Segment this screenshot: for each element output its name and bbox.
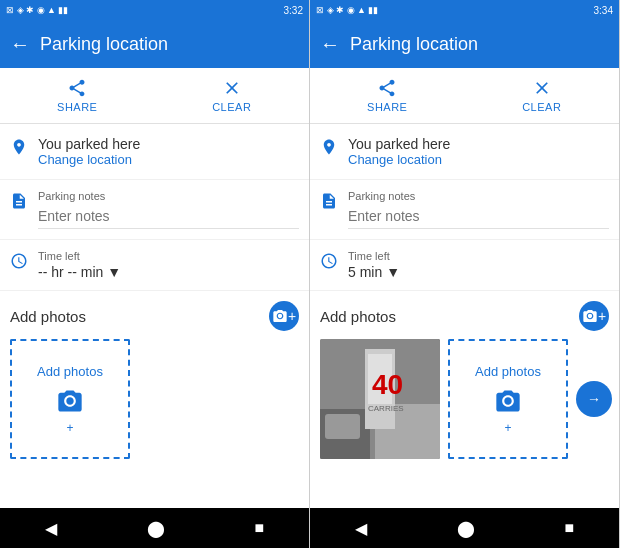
notes-label-right: Parking notes: [348, 190, 609, 202]
photos-title-left: Add photos: [10, 308, 86, 325]
clear-label-right: CLEAR: [522, 101, 561, 113]
nav-recents-right[interactable]: ■: [564, 519, 574, 537]
view-all-button-right[interactable]: →: [576, 381, 612, 417]
share-label-left: SHARE: [57, 101, 97, 113]
share-button-right[interactable]: SHARE: [310, 68, 465, 123]
location-icon-right: [320, 138, 338, 161]
photo-content-right: 40 CARRIES: [320, 339, 440, 459]
notes-icon-left: [10, 192, 28, 215]
photos-section-left: Add photos + Add photos +: [0, 291, 309, 469]
nav-recents-left[interactable]: ■: [254, 519, 264, 537]
time-label-right: Time left: [348, 250, 609, 262]
share-icon-right: [377, 78, 397, 98]
notes-row-right: Parking notes: [310, 180, 619, 240]
share-button-left[interactable]: SHARE: [0, 68, 155, 123]
time-field-right: Time left 5 min ▼: [348, 250, 609, 280]
time-field-left: Time left -- hr -- min ▼: [38, 250, 299, 280]
time-select-row-right: 5 min ▼: [348, 264, 609, 280]
notes-input-right[interactable]: [348, 204, 609, 229]
time-value-right: 5 min: [348, 264, 382, 280]
share-label-right: SHARE: [367, 101, 407, 113]
time-value-left: -- hr -- min: [38, 264, 103, 280]
status-time-right: 3:34: [594, 5, 613, 16]
notes-field-left: Parking notes: [38, 190, 299, 229]
svg-text:40: 40: [372, 369, 403, 400]
right-panel: ⊠ ◈ ✱ ◉ ▲ ▮▮ 3:34 ← Parking location SHA…: [310, 0, 620, 548]
nav-back-right[interactable]: ◀: [355, 519, 367, 538]
page-title-right: Parking location: [350, 34, 609, 55]
parked-here-label-right: You parked here: [348, 136, 609, 152]
status-bar-right: ⊠ ◈ ✱ ◉ ▲ ▮▮ 3:34: [310, 0, 619, 20]
clear-button-right[interactable]: CLEAR: [465, 68, 620, 123]
content-left: You parked here Change location Parking …: [0, 124, 309, 508]
clear-icon-left: [222, 78, 242, 98]
parked-here-label-left: You parked here: [38, 136, 299, 152]
parking-photo-svg: 40 CARRIES: [320, 339, 440, 459]
camera-add-button-left[interactable]: +: [269, 301, 299, 331]
nav-home-left[interactable]: ⬤: [147, 519, 165, 538]
status-bar-left: ⊠ ◈ ✱ ◉ ▲ ▮▮ 3:32: [0, 0, 309, 20]
photos-section-right: Add photos +: [310, 291, 619, 469]
back-button-right[interactable]: ←: [320, 33, 340, 56]
content-right: You parked here Change location Parking …: [310, 124, 619, 508]
location-text-left: You parked here Change location: [38, 136, 299, 167]
notes-label-left: Parking notes: [38, 190, 299, 202]
nav-home-right[interactable]: ⬤: [457, 519, 475, 538]
status-icons-left: ⊠ ◈ ✱ ◉ ▲ ▮▮: [6, 5, 68, 15]
photos-title-right: Add photos: [320, 308, 396, 325]
add-photo-label-right: Add photos: [475, 364, 541, 379]
add-photo-label-left: Add photos: [37, 364, 103, 379]
view-all-arrow: →: [587, 391, 601, 407]
notes-field-right: Parking notes: [348, 190, 609, 229]
svg-rect-2: [325, 414, 360, 439]
photos-grid-right: 40 CARRIES Add photos + →: [320, 339, 609, 459]
change-location-link-right[interactable]: Change location: [348, 152, 609, 167]
location-row-left: You parked here Change location: [0, 124, 309, 180]
photos-header-left: Add photos +: [10, 301, 299, 331]
location-text-right: You parked here Change location: [348, 136, 609, 167]
time-icon-right: [320, 252, 338, 275]
time-dropdown-left[interactable]: ▼: [107, 264, 121, 280]
nav-back-left[interactable]: ◀: [45, 519, 57, 538]
photos-header-right: Add photos +: [320, 301, 609, 331]
location-row-right: You parked here Change location: [310, 124, 619, 180]
clear-label-left: CLEAR: [212, 101, 251, 113]
status-icons-right: ⊠ ◈ ✱ ◉ ▲ ▮▮: [316, 5, 378, 15]
top-bar-left: ← Parking location: [0, 20, 309, 68]
back-button-left[interactable]: ←: [10, 33, 30, 56]
status-time-left: 3:32: [284, 5, 303, 16]
time-dropdown-right[interactable]: ▼: [386, 264, 400, 280]
nav-bar-right: ◀ ⬤ ■: [310, 508, 619, 548]
action-bar-left: SHARE CLEAR: [0, 68, 309, 124]
photos-grid-left: Add photos +: [10, 339, 299, 459]
page-title-left: Parking location: [40, 34, 299, 55]
add-photo-box-right[interactable]: Add photos +: [448, 339, 568, 459]
time-row-left: Time left -- hr -- min ▼: [0, 240, 309, 291]
nav-bar-left: ◀ ⬤ ■: [0, 508, 309, 548]
notes-icon-right: [320, 192, 338, 215]
share-icon-left: [67, 78, 87, 98]
time-icon-left: [10, 252, 28, 275]
top-bar-right: ← Parking location: [310, 20, 619, 68]
clear-icon-right: [532, 78, 552, 98]
change-location-link-left[interactable]: Change location: [38, 152, 299, 167]
time-label-left: Time left: [38, 250, 299, 262]
clear-button-left[interactable]: CLEAR: [155, 68, 310, 123]
time-row-right: Time left 5 min ▼: [310, 240, 619, 291]
notes-row-left: Parking notes: [0, 180, 309, 240]
notes-input-left[interactable]: [38, 204, 299, 229]
action-bar-right: SHARE CLEAR: [310, 68, 619, 124]
svg-text:CARRIES: CARRIES: [368, 404, 404, 413]
photo-thumbnail-right[interactable]: 40 CARRIES: [320, 339, 440, 459]
add-photo-icon-left: +: [56, 387, 84, 435]
add-photo-icon-right: +: [494, 387, 522, 435]
time-select-row-left: -- hr -- min ▼: [38, 264, 299, 280]
camera-add-button-right[interactable]: +: [579, 301, 609, 331]
add-photo-box-left[interactable]: Add photos +: [10, 339, 130, 459]
location-icon-left: [10, 138, 28, 161]
left-panel: ⊠ ◈ ✱ ◉ ▲ ▮▮ 3:32 ← Parking location SHA…: [0, 0, 310, 548]
